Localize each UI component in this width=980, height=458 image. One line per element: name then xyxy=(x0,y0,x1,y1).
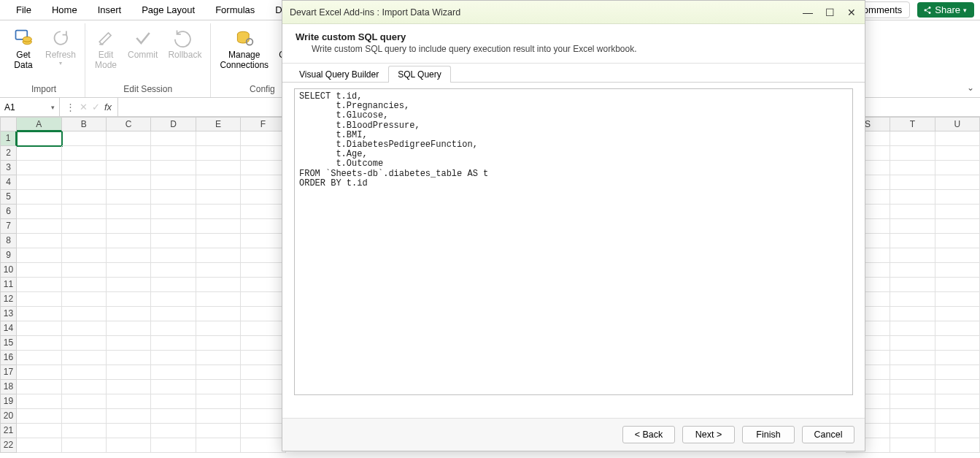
name-box[interactable]: A1 ▾ xyxy=(0,98,60,116)
cell[interactable] xyxy=(62,263,107,278)
cell[interactable] xyxy=(151,438,196,453)
cell[interactable] xyxy=(151,278,196,292)
cell[interactable] xyxy=(241,321,285,336)
cell[interactable] xyxy=(935,351,980,365)
cell[interactable] xyxy=(241,205,285,219)
cell[interactable] xyxy=(196,307,241,321)
cell[interactable] xyxy=(62,175,107,190)
cell[interactable] xyxy=(241,292,285,307)
cell[interactable] xyxy=(62,234,107,248)
cell[interactable] xyxy=(107,219,151,234)
col-header[interactable]: B xyxy=(62,117,107,131)
cell[interactable] xyxy=(241,336,285,351)
cell[interactable] xyxy=(890,380,935,394)
cell[interactable] xyxy=(62,146,107,161)
cell[interactable] xyxy=(890,409,935,424)
cell[interactable] xyxy=(241,424,285,438)
cell[interactable] xyxy=(151,219,196,234)
cell[interactable] xyxy=(890,438,935,453)
more-icon[interactable]: ⋮ xyxy=(66,102,75,112)
cell[interactable] xyxy=(17,365,61,380)
tab-visual-query-builder[interactable]: Visual Query Builder xyxy=(290,66,388,83)
cell[interactable] xyxy=(241,351,285,365)
row-header[interactable]: 20 xyxy=(0,409,17,424)
cell[interactable] xyxy=(196,205,241,219)
cell[interactable] xyxy=(62,131,107,146)
cell[interactable] xyxy=(241,380,285,394)
cell[interactable] xyxy=(17,146,61,161)
cell[interactable] xyxy=(17,409,61,424)
cell[interactable] xyxy=(196,394,241,409)
cell[interactable] xyxy=(107,307,151,321)
cell[interactable] xyxy=(241,190,285,205)
cell[interactable] xyxy=(17,161,61,175)
enter-icon[interactable]: ✓ xyxy=(92,102,100,112)
cell[interactable] xyxy=(196,438,241,453)
cell[interactable] xyxy=(151,409,196,424)
cell[interactable] xyxy=(62,205,107,219)
cell[interactable] xyxy=(935,424,980,438)
cell[interactable] xyxy=(241,278,285,292)
col-header[interactable]: C xyxy=(107,117,151,131)
cell[interactable] xyxy=(196,234,241,248)
fx-icon[interactable]: fx xyxy=(104,102,112,112)
cell[interactable] xyxy=(935,292,980,307)
cell[interactable] xyxy=(935,175,980,190)
cell[interactable] xyxy=(935,409,980,424)
row-header[interactable]: 11 xyxy=(0,278,17,292)
cell[interactable] xyxy=(17,263,61,278)
cell[interactable] xyxy=(107,438,151,453)
cell[interactable] xyxy=(890,234,935,248)
cell[interactable] xyxy=(17,248,61,263)
cell[interactable] xyxy=(62,424,107,438)
cell[interactable] xyxy=(890,248,935,263)
cell[interactable] xyxy=(151,263,196,278)
row-header[interactable]: 15 xyxy=(0,336,17,351)
cell[interactable] xyxy=(107,409,151,424)
cell[interactable] xyxy=(17,219,61,234)
cell[interactable] xyxy=(151,234,196,248)
rollback-button[interactable]: Rollback xyxy=(163,26,206,61)
cell[interactable] xyxy=(935,263,980,278)
cell[interactable] xyxy=(17,131,61,146)
cell[interactable] xyxy=(151,307,196,321)
cell[interactable] xyxy=(935,219,980,234)
cell[interactable] xyxy=(107,190,151,205)
cell[interactable] xyxy=(107,424,151,438)
row-header[interactable]: 5 xyxy=(0,190,17,205)
sql-editor[interactable] xyxy=(294,88,853,395)
cell[interactable] xyxy=(890,424,935,438)
row-header[interactable]: 13 xyxy=(0,307,17,321)
cell[interactable] xyxy=(196,278,241,292)
cell[interactable] xyxy=(890,307,935,321)
cell[interactable] xyxy=(241,263,285,278)
cell[interactable] xyxy=(890,351,935,365)
cell[interactable] xyxy=(241,175,285,190)
cell[interactable] xyxy=(107,263,151,278)
cell[interactable] xyxy=(196,146,241,161)
cell[interactable] xyxy=(107,234,151,248)
cell[interactable] xyxy=(17,205,61,219)
menu-tab-page-layout[interactable]: Page Layout xyxy=(131,1,205,18)
maximize-button[interactable]: ☐ xyxy=(824,7,836,18)
cell[interactable] xyxy=(107,321,151,336)
cell[interactable] xyxy=(17,394,61,409)
cell[interactable] xyxy=(151,321,196,336)
ribbon-collapse-icon[interactable]: ⌄ xyxy=(967,83,974,93)
cell[interactable] xyxy=(151,292,196,307)
refresh-button[interactable]: Refresh ▾ xyxy=(41,26,80,69)
cell[interactable] xyxy=(17,234,61,248)
cell[interactable] xyxy=(241,394,285,409)
finish-button[interactable]: Finish xyxy=(742,426,795,443)
cell[interactable] xyxy=(107,205,151,219)
cell[interactable] xyxy=(890,365,935,380)
cell[interactable] xyxy=(17,336,61,351)
cell[interactable] xyxy=(17,307,61,321)
cell[interactable] xyxy=(62,190,107,205)
dialog-titlebar[interactable]: Devart Excel Add-ins : Import Data Wizar… xyxy=(282,1,865,24)
cell[interactable] xyxy=(890,321,935,336)
cancel-button[interactable]: Cancel xyxy=(802,426,854,443)
cell[interactable] xyxy=(196,292,241,307)
cell[interactable] xyxy=(62,438,107,453)
cell[interactable] xyxy=(241,146,285,161)
